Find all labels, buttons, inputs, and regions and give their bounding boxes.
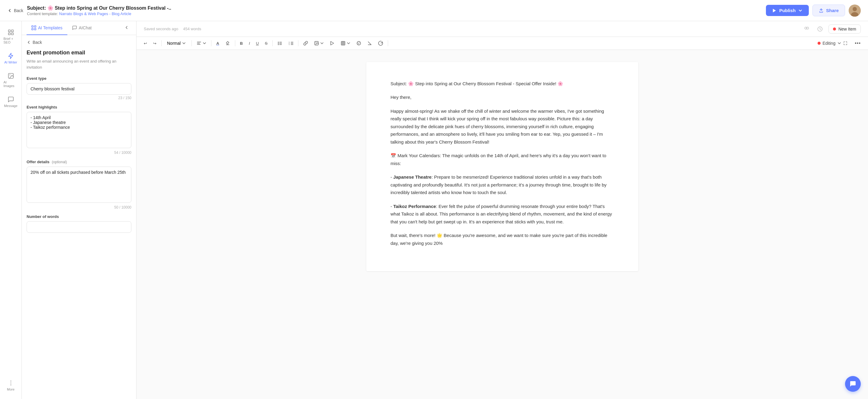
template-link[interactable]: Narrato Blogs & Web Pages - Blog Article: [59, 11, 131, 16]
expand-icon: [843, 41, 847, 45]
image-button[interactable]: [312, 39, 326, 48]
underline-button[interactable]: U: [254, 39, 261, 48]
dots-icon: [7, 380, 14, 386]
tab-ai-chat[interactable]: AIChat: [67, 21, 97, 35]
action-icon-btn-1[interactable]: [802, 24, 811, 34]
svg-rect-29: [341, 41, 345, 45]
undo-button[interactable]: ↩: [141, 39, 150, 48]
sidebar-item-more[interactable]: More: [1, 377, 21, 394]
offer-details-label: Offer details (optional): [27, 160, 131, 164]
new-item-label: New Item: [838, 27, 856, 31]
redo-button[interactable]: ↪: [151, 39, 159, 48]
play-button[interactable]: [328, 39, 337, 48]
field-event-type: Event type 23 / 150: [27, 76, 131, 100]
bullet-list-icon: [278, 41, 282, 46]
image-chevron-icon: [320, 41, 324, 45]
strikethrough-button[interactable]: S: [262, 39, 270, 48]
clock-icon: [817, 26, 823, 32]
editor-document: Subject: 🌸 Step into Spring at Our Cherr…: [366, 62, 638, 271]
link-button[interactable]: [301, 39, 310, 48]
play-icon: [330, 41, 335, 46]
sidebar-item-brief-seo[interactable]: Brief + SEO: [1, 26, 21, 47]
offer-details-textarea[interactable]: 20% off on all tickets purchased before …: [27, 167, 131, 203]
link-icon: [303, 41, 308, 46]
panel-back-label: Back: [33, 40, 42, 45]
editor-scroll: Subject: 🌸 Step into Spring at Our Cherr…: [136, 50, 868, 399]
doc-para-1[interactable]: Happy almost-spring! As we shake off the…: [391, 107, 614, 146]
table-button[interactable]: [338, 39, 353, 48]
align-button[interactable]: [194, 39, 209, 48]
sidebar-item-message[interactable]: Message: [1, 93, 21, 111]
panel-back-button[interactable]: Back: [27, 40, 42, 45]
share-icon: [819, 8, 824, 13]
word-count: 454 words: [183, 27, 201, 31]
svg-point-27: [315, 42, 316, 43]
clear-format-icon: [367, 41, 372, 46]
more-options-button[interactable]: •••: [852, 39, 863, 48]
sidebar-item-ai-writer[interactable]: AI Writer: [1, 50, 21, 67]
publish-label: Publish: [779, 8, 796, 13]
share-button[interactable]: Share: [812, 4, 845, 16]
emoji-button[interactable]: [354, 39, 364, 48]
svg-rect-16: [34, 28, 36, 30]
avatar-image: [849, 4, 861, 17]
field-offer-details: Offer details (optional) 20% off on all …: [27, 160, 131, 209]
toolbar-sep-5: [272, 40, 273, 46]
tab-ai-chat-label: AIChat: [79, 25, 92, 30]
highlight-button[interactable]: [223, 39, 232, 48]
table-chevron-icon: [347, 41, 350, 45]
more-toolbar-button[interactable]: [376, 39, 385, 48]
number-of-words-input[interactable]: [27, 221, 131, 233]
event-highlights-counter: 54 / 10000: [27, 150, 131, 155]
align-icon: [196, 41, 202, 46]
publish-button[interactable]: Publish: [766, 5, 809, 16]
svg-point-12: [10, 384, 11, 386]
chat-bubble-button[interactable]: [845, 376, 861, 392]
svg-rect-6: [8, 33, 10, 35]
editor-actions: New Item: [802, 24, 861, 34]
doc-subject-line[interactable]: Subject: 🌸 Step into Spring at Our Cherr…: [391, 80, 614, 87]
ordered-list-icon: 1.2.3.: [288, 41, 293, 46]
doc-greeting[interactable]: Hey there,: [391, 93, 614, 101]
svg-rect-7: [11, 33, 13, 35]
sidebar-label-ai-images: AI Images: [4, 80, 18, 88]
template-title: Event promotion email: [27, 50, 131, 56]
svg-point-30: [357, 41, 361, 45]
refresh-icon: [378, 41, 383, 46]
avatar[interactable]: [849, 4, 861, 17]
grid-icon: [7, 29, 14, 36]
editor-top-bar: Saved seconds ago 454 words New Item: [136, 21, 868, 37]
format-dropdown[interactable]: Normal: [164, 39, 189, 48]
ordered-list-button[interactable]: 1.2.3.: [286, 39, 296, 48]
svg-point-2: [852, 7, 857, 11]
image-toolbar-icon: [314, 41, 319, 46]
doc-bold-japanese: Japanese Theatre: [393, 174, 432, 179]
doc-body: Hey there, Happy almost-spring! As we sh…: [391, 93, 614, 247]
sidebar-icons: Brief + SEO AI Writer AI Images Message …: [0, 21, 22, 399]
clear-format-button[interactable]: [365, 39, 374, 48]
doc-para-2[interactable]: 📅 Mark Your Calendars: The magic unfolds…: [391, 152, 614, 167]
svg-rect-14: [34, 26, 36, 27]
doc-para-5[interactable]: But wait, there's more! 🌟 Because you're…: [391, 231, 614, 247]
bold-button[interactable]: B: [238, 39, 245, 48]
event-highlights-textarea[interactable]: - 14th April - Japanese theatre - Taikoz…: [27, 112, 131, 148]
action-icon-btn-2[interactable]: [815, 24, 825, 34]
chevron-left-panel-icon: [124, 25, 129, 30]
bullet-list-button[interactable]: [275, 39, 285, 48]
svg-rect-15: [32, 28, 33, 30]
tab-ai-templates[interactable]: AI Templates: [27, 21, 67, 35]
image-icon: [7, 73, 14, 79]
chat-bubble-icon: [849, 380, 857, 388]
text-color-button[interactable]: A: [214, 39, 221, 48]
svg-point-22: [278, 44, 279, 45]
italic-button[interactable]: I: [246, 39, 252, 48]
event-type-input[interactable]: [27, 83, 131, 95]
toolbar-sep-4: [235, 40, 235, 46]
back-button[interactable]: Back: [7, 8, 23, 13]
editing-dropdown[interactable]: Editing: [815, 39, 850, 47]
collapse-panel-button[interactable]: [122, 23, 131, 33]
sidebar-item-ai-images[interactable]: AI Images: [1, 69, 21, 91]
main-layout: Brief + SEO AI Writer AI Images Message …: [0, 21, 868, 399]
new-item-button[interactable]: New Item: [829, 25, 861, 33]
tab-ai-templates-label: AI Templates: [38, 25, 63, 30]
